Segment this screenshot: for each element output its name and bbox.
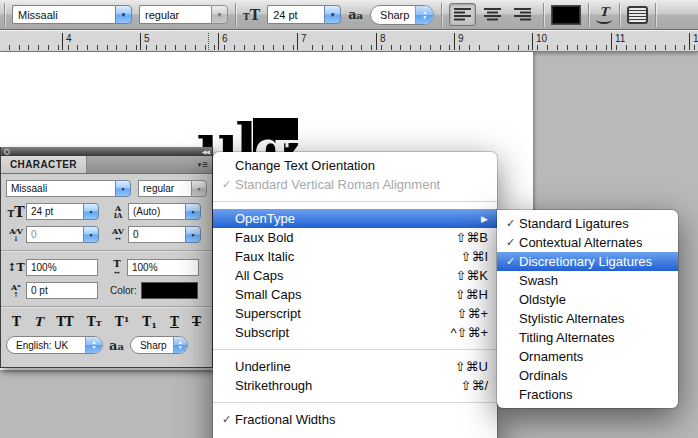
dropdown-arrow-icon: ▼ bbox=[89, 232, 94, 238]
menu-item-faux-italic[interactable]: Faux Italic ⇧⌘I bbox=[213, 247, 497, 266]
stepper-arrows-icon[interactable]: ▲▼ bbox=[173, 336, 187, 354]
menu-item-subscript[interactable]: Subscript ^⇧⌘+ bbox=[213, 323, 497, 342]
check-icon: ✓ bbox=[502, 255, 519, 268]
underline-button[interactable]: T bbox=[170, 316, 179, 328]
submenu-item-fractions[interactable]: Fractions bbox=[497, 385, 678, 404]
align-right-button[interactable] bbox=[509, 3, 536, 26]
panel-anti-alias-select[interactable]: Sharp ▲▼ bbox=[130, 336, 188, 354]
align-left-button[interactable] bbox=[449, 3, 476, 26]
panel-close-icon[interactable] bbox=[4, 149, 10, 155]
anti-alias-value: Sharp bbox=[371, 9, 415, 21]
submenu-item-stylistic-alternates[interactable]: Stylistic Alternates bbox=[497, 309, 678, 328]
warp-text-icon[interactable]: T bbox=[596, 6, 612, 24]
menu-item-small-caps[interactable]: Small Caps ⇧⌘H bbox=[213, 285, 497, 304]
panel-font-family-dropdown-button[interactable]: ▼ bbox=[115, 180, 131, 197]
anti-alias-icon: aa bbox=[348, 8, 363, 21]
paragraph-align-group bbox=[449, 3, 536, 26]
baseline-shift-value[interactable]: 0 pt bbox=[26, 282, 98, 299]
vertical-scale-value[interactable]: 100% bbox=[26, 259, 98, 276]
tracking-combobox[interactable]: 0 ▼ bbox=[128, 226, 201, 243]
panel-tab-bar: CHARACTER ▾≡ bbox=[1, 156, 212, 174]
leading-icon: AIA bbox=[108, 204, 128, 219]
panel-drag-bar[interactable]: ◀◀ bbox=[1, 147, 212, 156]
menu-item-standard-vertical-roman-alignment: ✓ Standard Vertical Roman Alignment bbox=[213, 175, 497, 194]
align-center-button[interactable] bbox=[479, 3, 506, 26]
baseline-shift-icon: Aᵃ↑ bbox=[6, 283, 26, 298]
anti-alias-icon: aa bbox=[109, 339, 124, 352]
toolbar-separator bbox=[543, 3, 544, 27]
submenu-item-titling-alternates[interactable]: Titling Alternates bbox=[497, 328, 678, 347]
toolbar-separator bbox=[441, 3, 442, 27]
shortcut-label: ⇧⌘U bbox=[455, 359, 488, 374]
menu-item-fractional-widths[interactable]: ✓ Fractional Widths bbox=[213, 410, 497, 429]
leading-combobox[interactable]: (Auto) ▼ bbox=[128, 203, 201, 220]
font-family-combobox[interactable]: Missaali ▼ bbox=[12, 5, 132, 24]
tab-character[interactable]: CHARACTER bbox=[1, 156, 87, 173]
submenu-item-swash[interactable]: Swash bbox=[497, 271, 678, 290]
small-caps-button[interactable]: TT bbox=[87, 316, 102, 328]
font-size-combobox[interactable]: 24 pt ▼ bbox=[267, 5, 341, 24]
panel-font-family-combobox[interactable]: Missaali ▼ bbox=[6, 180, 131, 197]
align-center-icon bbox=[484, 8, 501, 21]
menu-item-underline[interactable]: Underline ⇧⌘U bbox=[213, 357, 497, 376]
panel-color-swatch[interactable] bbox=[141, 282, 198, 299]
submenu-item-discretionary-ligatures[interactable]: ✓ Discretionary Ligatures bbox=[497, 252, 678, 271]
anti-alias-select[interactable]: Sharp ▲▼ bbox=[370, 5, 434, 25]
menu-item-all-caps[interactable]: All Caps ⇧⌘K bbox=[213, 266, 497, 285]
horizontal-ruler: 4 5 6 7 8 9 10 11 12 bbox=[0, 30, 698, 52]
shortcut-label: ⇧⌘B bbox=[455, 230, 488, 245]
submenu-item-standard-ligatures[interactable]: ✓ Standard Ligatures bbox=[497, 214, 678, 233]
language-select[interactable]: English: UK ▲▼ bbox=[6, 336, 103, 354]
submenu-item-ornaments[interactable]: Ornaments bbox=[497, 347, 678, 366]
application-window: Missaali ▼ regular ▼ TT 24 pt ▼ aa Sharp… bbox=[0, 0, 698, 438]
font-family-dropdown-button[interactable]: ▼ bbox=[115, 5, 132, 24]
superscript-button[interactable]: T1 bbox=[115, 316, 130, 328]
character-panel-menu: Change Text Orientation ✓ Standard Verti… bbox=[213, 152, 497, 438]
submenu-item-oldstyle[interactable]: Oldstyle bbox=[497, 290, 678, 309]
collapse-to-icons-icon[interactable]: ◀◀ bbox=[202, 149, 209, 155]
panel-font-size-value[interactable]: 24 pt bbox=[26, 203, 83, 220]
font-size-value[interactable]: 24 pt bbox=[267, 5, 324, 24]
panel-font-size-dropdown-button[interactable]: ▼ bbox=[83, 203, 99, 220]
menu-item-opentype[interactable]: OpenType ▶ bbox=[213, 209, 497, 228]
panel-font-style-combobox[interactable]: regular ▼ bbox=[138, 180, 207, 197]
faux-italic-button[interactable]: T bbox=[34, 316, 43, 328]
horizontal-scale-value[interactable]: 100% bbox=[127, 259, 199, 276]
text-color-swatch[interactable] bbox=[551, 5, 581, 25]
check-icon: ✓ bbox=[218, 413, 235, 426]
kerning-dropdown-button[interactable]: ▼ bbox=[83, 226, 99, 243]
font-style-value[interactable]: regular bbox=[139, 5, 211, 24]
menu-item-superscript[interactable]: Superscript ⇧⌘+ bbox=[213, 304, 497, 323]
opentype-submenu: ✓ Standard Ligatures ✓ Contextual Altern… bbox=[497, 210, 678, 408]
ruler-number: 6 bbox=[218, 33, 228, 50]
toolbar-separator bbox=[655, 3, 656, 27]
toolbar-separator bbox=[619, 3, 620, 27]
tracking-dropdown-button[interactable]: ▼ bbox=[185, 226, 201, 243]
menu-item-faux-bold[interactable]: Faux Bold ⇧⌘B bbox=[213, 228, 497, 247]
panel-font-family-value[interactable]: Missaali bbox=[6, 180, 115, 197]
font-family-value[interactable]: Missaali bbox=[12, 5, 115, 24]
menu-item-strikethrough[interactable]: Strikethrough ⇧⌘/ bbox=[213, 376, 497, 395]
panel-menu-icon[interactable]: ▾≡ bbox=[198, 156, 212, 173]
leading-value[interactable]: (Auto) bbox=[128, 203, 185, 220]
leading-dropdown-button[interactable]: ▼ bbox=[185, 203, 201, 220]
stepper-arrows-icon[interactable]: ▲▼ bbox=[85, 336, 102, 354]
font-style-combobox[interactable]: regular ▼ bbox=[139, 5, 228, 24]
shortcut-label: ⇧⌘H bbox=[455, 287, 488, 302]
submenu-item-ordinals[interactable]: Ordinals bbox=[497, 366, 678, 385]
submenu-item-contextual-alternates[interactable]: ✓ Contextual Alternates bbox=[497, 233, 678, 252]
strikethrough-button[interactable]: T bbox=[192, 316, 201, 328]
all-caps-button[interactable]: TT bbox=[56, 316, 73, 328]
toggle-panels-icon[interactable] bbox=[627, 6, 648, 24]
stepper-arrows-icon[interactable]: ▲▼ bbox=[415, 5, 433, 25]
kerning-value[interactable]: 0 bbox=[26, 226, 83, 243]
tracking-value[interactable]: 0 bbox=[128, 226, 185, 243]
panel-font-size-combobox[interactable]: 24 pt ▼ bbox=[26, 203, 99, 220]
menu-item-change-text-orientation[interactable]: Change Text Orientation bbox=[213, 156, 497, 175]
dropdown-arrow-icon: ▼ bbox=[330, 12, 336, 18]
faux-bold-button[interactable]: T bbox=[12, 316, 21, 328]
font-size-dropdown-button[interactable]: ▼ bbox=[324, 5, 341, 24]
kerning-combobox[interactable]: 0 ▼ bbox=[26, 226, 99, 243]
panel-font-style-value[interactable]: regular bbox=[138, 180, 191, 197]
subscript-button[interactable]: T1 bbox=[142, 316, 157, 328]
